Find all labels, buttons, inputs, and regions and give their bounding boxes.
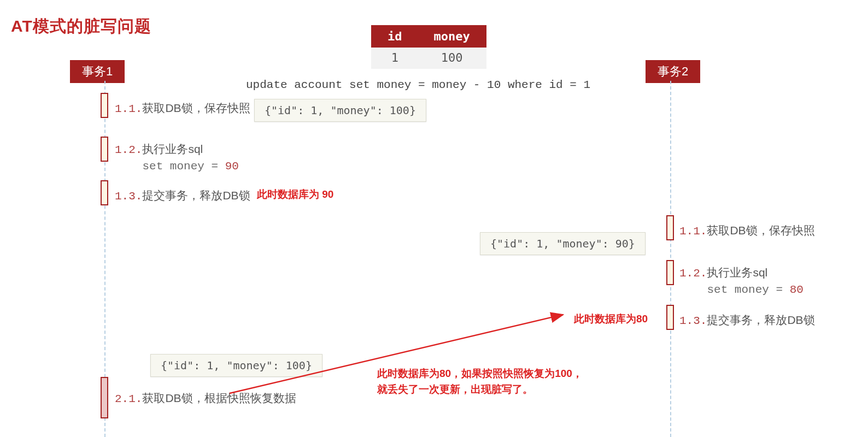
snapshot-1: {"id": 1, "money": 100} — [254, 99, 426, 122]
tx1-act-12 — [101, 137, 108, 162]
warning-line2: 就丢失了一次更新，出现脏写了。 — [377, 383, 533, 395]
tx2-step-12: 1.2.执行业务sql set money = 80 — [679, 264, 804, 299]
step-text: 提交事务，释放DB锁 — [142, 189, 250, 202]
warning-line1: 此时数据库为80，如果按照快照恢复为100， — [377, 368, 583, 379]
step-code: set money = — [707, 284, 789, 296]
tx2-act-12 — [666, 260, 674, 285]
step-text: 提交事务，释放DB锁 — [707, 314, 814, 326]
step-text: 获取DB锁，根据快照恢复数据 — [142, 392, 296, 404]
tx2-act-11 — [666, 215, 674, 240]
step-text: 执行业务sql — [142, 143, 203, 155]
step-text: 获取DB锁，保存快照 — [707, 224, 814, 237]
step-code: set money = — [142, 160, 225, 173]
warning-text: 此时数据库为80，如果按照快照恢复为100， 就丢失了一次更新，出现脏写了。 — [377, 366, 583, 397]
tx1-label: 事务1 — [70, 60, 125, 83]
step-number: 1.1. — [679, 225, 707, 238]
tx2-lifeline — [670, 81, 671, 437]
tx2-step-11: 1.1.获取DB锁，保存快照 — [679, 222, 815, 240]
sql-statement: update account set money = money - 10 wh… — [246, 79, 590, 91]
step-number: 2.1. — [115, 393, 142, 405]
diagram-title: AT模式的脏写问题 — [11, 15, 151, 38]
table-header-money: money — [418, 26, 486, 47]
tx2-step-13-note: 此时数据库为80 — [574, 312, 648, 326]
step-number: 1.1. — [115, 103, 142, 115]
tx1-step-11: 1.1.获取DB锁，保存快照 — [115, 100, 250, 117]
step-value: 80 — [790, 284, 804, 296]
step-value: 90 — [225, 160, 239, 173]
step-text: 获取DB锁，保存快照 — [142, 102, 250, 114]
tx1-step-12: 1.2.执行业务sql set money = 90 — [115, 141, 239, 175]
tx2-step-13: 1.3.提交事务，释放DB锁 — [679, 312, 815, 329]
step-number: 1.3. — [115, 190, 142, 203]
table-cell-id: 1 — [372, 47, 418, 68]
tx1-act-13 — [101, 180, 108, 205]
tx1-step-21: 2.1.获取DB锁，根据快照恢复数据 — [115, 390, 296, 408]
tx2-label: 事务2 — [646, 60, 700, 83]
tx1-act-11 — [101, 93, 108, 118]
tx2-act-13 — [666, 305, 674, 330]
snapshot-2: {"id": 1, "money": 90} — [480, 232, 646, 255]
step-text: 执行业务sql — [707, 266, 767, 279]
tx1-step-13: 1.3.提交事务，释放DB锁 — [115, 187, 250, 205]
step-number: 1.2. — [679, 267, 707, 280]
tx1-act-21 — [101, 377, 108, 418]
tx1-step-13-note: 此时数据库为 90 — [257, 187, 333, 202]
table-cell-money: 100 — [418, 47, 486, 68]
table-header-id: id — [372, 26, 418, 47]
step-number: 1.3. — [679, 315, 707, 327]
account-table: id money 1 100 — [371, 25, 486, 69]
step-number: 1.2. — [115, 144, 142, 156]
snapshot-3: {"id": 1, "money": 100} — [150, 354, 322, 377]
